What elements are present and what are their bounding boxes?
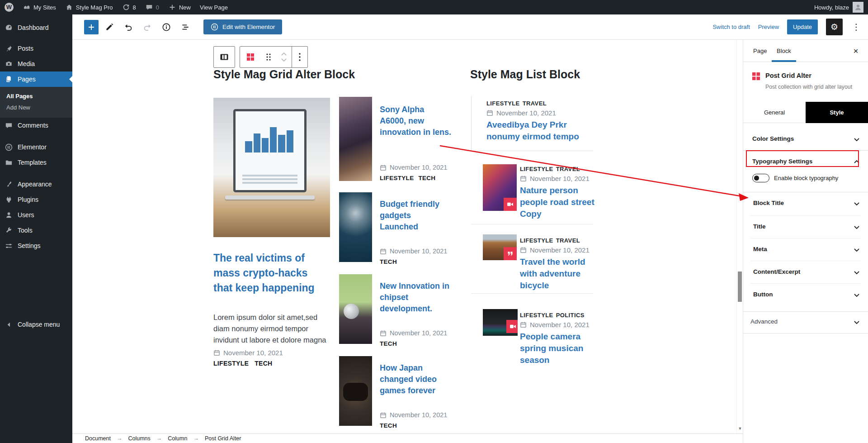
avatar[interactable] <box>853 2 863 13</box>
category-link[interactable]: POLITICS <box>556 312 585 319</box>
tools-pencil-button[interactable] <box>101 19 118 35</box>
category-link[interactable]: TRAVEL <box>556 166 580 172</box>
post-thumbnail[interactable] <box>339 274 372 344</box>
section-typography-settings[interactable]: Typography Settings <box>743 151 868 173</box>
post-thumbnail[interactable] <box>339 356 372 426</box>
switch-to-draft-link[interactable]: Switch to draft <box>712 24 750 30</box>
list-view-button[interactable] <box>177 19 193 35</box>
section-advanced[interactable]: Advanced <box>743 311 868 333</box>
editor-canvas: Style Mag Grid Alter Block Style Mag Lis… <box>72 40 736 433</box>
sidebar-item-settings[interactable]: Settings <box>0 238 72 253</box>
wordpress-logo[interactable]: W <box>0 0 18 14</box>
preview-link[interactable]: Preview <box>758 24 779 30</box>
section-title[interactable]: Title <box>743 216 868 238</box>
scroll-down-arrow[interactable]: ▼ <box>737 426 743 431</box>
block-inserter-button[interactable] <box>84 20 99 34</box>
submenu-all-pages[interactable]: All Pages <box>0 91 72 102</box>
post-title[interactable]: Sony Alpha A6000, new innovation in lens… <box>380 104 451 138</box>
category-link[interactable]: TECH <box>380 258 397 265</box>
sidebar-label-templates: Templates <box>18 159 47 166</box>
scrollbar-thumb[interactable] <box>738 272 742 302</box>
list-post-thumbnail[interactable] <box>483 234 517 260</box>
enable-block-typography-toggle[interactable] <box>752 174 769 182</box>
list-post-title[interactable]: Travel the world with adventure bicycle <box>520 256 599 291</box>
category-link[interactable]: LIFESTYLE <box>213 360 249 367</box>
drag-handle[interactable] <box>261 47 276 67</box>
close-icon[interactable]: × <box>850 45 862 57</box>
sidebar-item-comments[interactable]: Comments <box>0 118 72 133</box>
category-link[interactable]: TECH <box>255 360 272 367</box>
new-content-menu[interactable]: New <box>164 0 195 14</box>
featured-post-image[interactable] <box>213 98 330 237</box>
tab-general[interactable]: General <box>743 102 806 123</box>
category-link[interactable]: TECH <box>380 422 397 429</box>
category-link[interactable]: TRAVEL <box>556 237 580 244</box>
redo-button[interactable] <box>139 19 156 35</box>
category-link[interactable]: TECH <box>418 175 435 181</box>
video-camera-icon <box>506 200 514 208</box>
column-block-button[interactable] <box>214 47 235 67</box>
list-post-thumbnail[interactable] <box>483 309 518 336</box>
sidebar-item-plugins[interactable]: Plugins <box>0 192 72 207</box>
advanced-label: Advanced <box>750 318 778 325</box>
options-kebab-button[interactable]: ⋮ <box>851 22 862 32</box>
category-link[interactable]: LIFESTYLE <box>380 175 414 181</box>
list-post-title[interactable]: Aveedibya Dey Prkr nonumy eirmod tempo <box>486 119 588 143</box>
section-block-title[interactable]: Block Title <box>743 193 868 214</box>
view-page-link[interactable]: View Page <box>195 0 232 14</box>
sidebar-item-dashboard[interactable]: Dashboard <box>0 20 72 35</box>
category-link[interactable]: LIFESTYLE <box>520 237 553 244</box>
breadcrumb-post-grid-alter[interactable]: Post Grid Alter <box>205 435 241 442</box>
category-link[interactable]: LIFESTYLE <box>520 166 553 172</box>
sidebar-item-templates[interactable]: Templates <box>0 155 72 170</box>
post-title[interactable]: How Japan changed video games forever <box>380 362 451 396</box>
breadcrumb-column[interactable]: Column <box>168 435 187 442</box>
sidebar-item-media[interactable]: Media <box>0 56 72 71</box>
breadcrumb-columns[interactable]: Columns <box>128 435 150 442</box>
updates-menu[interactable]: 8 <box>118 0 141 14</box>
post-grid-alter-block-button[interactable] <box>240 47 261 67</box>
sidebar-item-users[interactable]: Users <box>0 207 72 223</box>
section-color-settings[interactable]: Color Settings <box>743 129 868 150</box>
list-post-title[interactable]: People camera spring musican season <box>520 331 599 366</box>
breadcrumb-document[interactable]: Document <box>85 435 111 442</box>
post-thumbnail[interactable] <box>339 192 372 262</box>
grid-post-item: Sony Alpha A6000, new innovation in lens… <box>339 97 452 183</box>
howdy-label[interactable]: Howdy, blaze <box>814 4 849 11</box>
post-thumbnail[interactable] <box>339 97 372 181</box>
settings-gear-button[interactable]: ⚙ <box>826 19 843 35</box>
post-categories: TECH <box>380 258 397 265</box>
block-movers[interactable] <box>276 47 292 67</box>
sidebar-item-posts[interactable]: Posts <box>0 41 72 56</box>
update-button[interactable]: Update <box>787 19 818 34</box>
submenu-add-new[interactable]: Add New <box>0 102 72 113</box>
sidebar-item-appearance[interactable]: Appearance <box>0 176 72 192</box>
category-link[interactable]: TECH <box>380 340 397 347</box>
category-link[interactable]: LIFESTYLE <box>486 100 520 107</box>
section-button[interactable]: Button <box>743 284 868 306</box>
my-sites-menu[interactable]: My Sites <box>18 0 61 14</box>
section-meta[interactable]: Meta <box>743 239 868 261</box>
comments-menu[interactable]: 0 <box>141 0 164 14</box>
sidebar-item-elementor[interactable]: Elementor <box>0 139 72 155</box>
list-post-thumbnail[interactable] <box>483 164 517 211</box>
post-title[interactable]: New Innovation in chipset development. <box>380 281 451 314</box>
edit-with-elementor-button[interactable]: Edit with Elementor <box>203 19 282 34</box>
category-link[interactable]: TRAVEL <box>523 100 547 107</box>
section-content-excerpt[interactable]: Content/Excerpt <box>743 262 868 283</box>
list-post-title[interactable]: Nature person people road street Copy <box>520 185 599 220</box>
post-title[interactable]: Budget friendly gadgets Launched <box>380 199 451 233</box>
sidebar-item-tools[interactable]: Tools <box>0 223 72 238</box>
undo-button[interactable] <box>120 19 137 35</box>
sidebar-item-collapse-menu[interactable]: Collapse menu <box>0 317 72 332</box>
tab-style[interactable]: Style <box>806 102 868 123</box>
featured-post-title[interactable]: The real victims of mass crypto-hacks th… <box>213 251 327 295</box>
details-info-button[interactable] <box>158 19 175 35</box>
tab-page[interactable]: Page <box>753 40 767 62</box>
canvas-scrollbar[interactable]: ▼ <box>736 40 743 433</box>
sidebar-item-pages[interactable]: Pages <box>0 71 72 87</box>
block-options-kebab[interactable] <box>292 47 307 67</box>
tab-block[interactable]: Block <box>777 40 791 62</box>
category-link[interactable]: LIFESTYLE <box>520 312 553 319</box>
site-name-menu[interactable]: Style Mag Pro <box>61 0 118 14</box>
